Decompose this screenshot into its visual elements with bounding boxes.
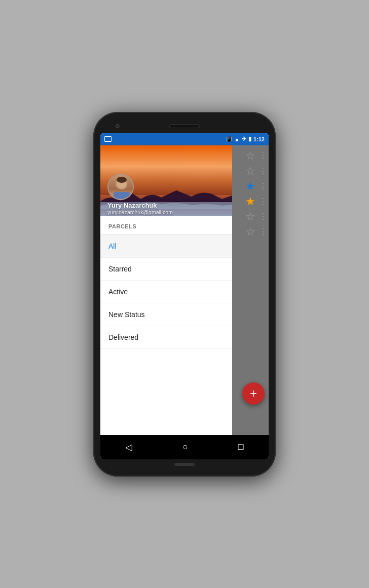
nav-item-starred[interactable]: Starred [100,258,232,281]
nav-item-active[interactable]: Active [100,281,232,303]
list-item-5: ☆ ⋮ [232,211,269,222]
more-options-4[interactable]: ⋮ [259,197,267,206]
more-options-2[interactable]: ⋮ [259,166,267,176]
right-panel: ☆ ⋮ ☆ ⋮ ★ ⋮ ★ ⋮ ☆ ⋮ [232,145,269,435]
star-icon-5[interactable]: ☆ [245,211,255,222]
more-options-1[interactable]: ⋮ [259,151,267,161]
nav-item-all[interactable]: All [100,235,232,258]
star-icon-1[interactable]: ☆ [245,150,255,162]
nav-drawer: Yury Nazarchuk yury.nazarchuk@gmail.com … [100,145,232,435]
nav-item-new-status[interactable]: New Status [100,303,232,326]
fab-add-button[interactable]: + [242,382,265,405]
phone-bottom-bar [100,459,269,469]
nav-item-delivered[interactable]: Delivered [100,326,232,349]
earpiece-speaker [169,124,200,128]
list-item-6: ☆ ⋮ [232,226,269,238]
svg-point-3 [117,177,127,183]
star-icon-2[interactable]: ☆ [245,166,255,177]
vibrate-icon: 📳 [226,136,232,142]
avatar-face [108,175,133,199]
more-options-6[interactable]: ⋮ [259,227,267,237]
status-bar-left [104,136,112,142]
more-options-3[interactable]: ⋮ [259,181,267,191]
star-icon-3[interactable]: ★ [245,181,255,192]
list-item-4: ★ ⋮ [232,196,269,207]
status-bar-right: 📳 ▲ ✈ ▮ 1:12 [226,136,265,142]
home-indicator [174,463,195,466]
user-email: yury.nazarchuk@gmail.com [107,209,173,215]
recents-button[interactable]: □ [232,440,250,454]
status-time: 1:12 [253,136,265,142]
airplane-icon: ✈ [242,136,246,142]
bottom-nav-bar: ◁ ○ □ [100,435,269,459]
front-camera [116,124,120,128]
list-item-3: ★ ⋮ [232,181,269,192]
phone-top-bar [100,119,269,133]
list-item-2: ☆ ⋮ [232,166,269,177]
nav-section-parcels: PARCELS [100,216,232,235]
list-item-1: ☆ ⋮ [232,150,269,162]
phone-device: 📳 ▲ ✈ ▮ 1:12 [93,112,276,477]
svg-rect-1 [114,192,130,199]
nav-menu: PARCELS All Starred Active New Status De [100,216,232,435]
more-options-5[interactable]: ⋮ [259,212,267,221]
user-name: Yury Nazarchuk [107,202,157,209]
battery-icon: ▮ [248,136,251,142]
home-button[interactable]: ○ [176,440,194,454]
star-icon-4[interactable]: ★ [245,196,255,207]
wifi-icon: ▲ [234,136,240,142]
back-button[interactable]: ◁ [119,440,138,455]
status-bar: 📳 ▲ ✈ ▮ 1:12 [100,133,269,145]
star-icon-6[interactable]: ☆ [245,226,255,238]
phone-screen: 📳 ▲ ✈ ▮ 1:12 [100,133,269,459]
content-area: Yury Nazarchuk yury.nazarchuk@gmail.com … [100,145,269,435]
nav-header: Yury Nazarchuk yury.nazarchuk@gmail.com [100,145,232,216]
user-avatar [107,174,134,200]
image-icon [104,136,112,142]
